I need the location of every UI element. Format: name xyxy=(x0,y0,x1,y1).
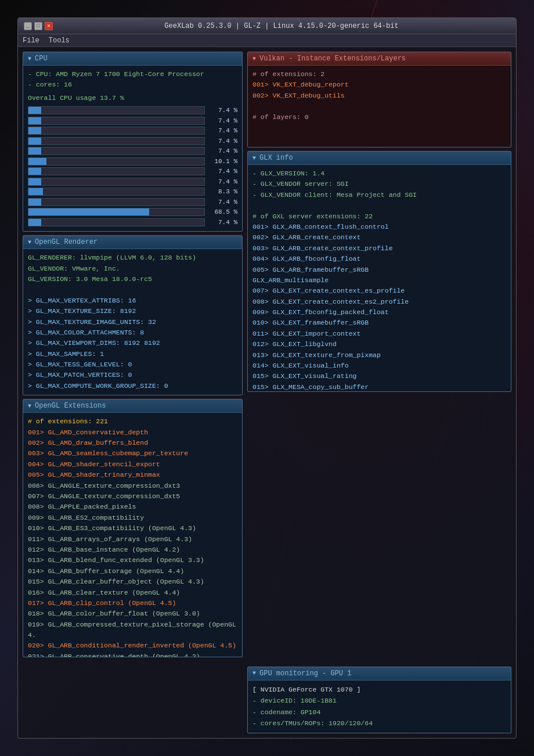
cpu-bar-label: 10.1 % xyxy=(208,157,237,167)
renderer-line: > GL_MAX_SAMPLES: 1 xyxy=(28,349,237,359)
glx-line: 009> GLX_EXT_fbconfig_packed_float xyxy=(252,307,506,318)
cpu-bar-label: 7.4 % xyxy=(208,116,237,126)
vulkan-line: # of extensions: 2 xyxy=(252,69,506,80)
renderer-line: > GL_MAX_COLOR_ATTACHMENTS: 8 xyxy=(28,327,237,338)
vulkan-line: # of layers: 0 xyxy=(252,112,506,123)
renderer-line: > GL_MAX_TEXTURE_SIZE: 8192 xyxy=(28,306,237,316)
extension-line: 007> GL_ANGLE_texture_compression_dxt5 xyxy=(28,491,237,502)
left-column: ▼ CPU - CPU: AMD Ryzen 7 1700 Eight-Core… xyxy=(18,47,247,738)
cpu-bar-fill xyxy=(28,178,41,185)
cpu-bar-container xyxy=(28,106,205,114)
glx-triangle-icon: ▼ xyxy=(252,155,256,161)
maximize-button[interactable]: □ xyxy=(34,22,42,30)
menu-tools[interactable]: Tools xyxy=(49,37,70,45)
right-column: ▼ Vulkan - Instance Extensions/Layers # … xyxy=(247,47,516,738)
glx-line: # of GXL server extensions: 22 xyxy=(252,211,506,222)
glx-line: - GLX_VENDOR client: Mesa Project and SG… xyxy=(252,190,506,200)
extension-line: 014> GL_ARB_buffer_storage (OpenGL 4.4) xyxy=(28,566,237,577)
gpu-line: - deviceID: 10DE-1B81 xyxy=(252,695,506,707)
vulkan-triangle-icon: ▼ xyxy=(252,56,256,62)
cpu-bar-label: 7.4 % xyxy=(208,167,237,177)
cpu-bar-container xyxy=(28,178,205,186)
cpu-bar-row: 68.5 % xyxy=(28,207,237,217)
extension-line: 016> GL_ARB_clear_texture (OpenGL 4.4) xyxy=(28,588,237,598)
glx-panel-body[interactable]: - GLX_VERSION: 1.4- GLX_VENDOR server: S… xyxy=(248,165,511,391)
glx-line: 011> GLX_EXT_import_context xyxy=(252,329,506,339)
window-title: GeeXLab 0.25.3.0 | GL-Z | Linux 4.15.0-2… xyxy=(53,22,510,30)
close-button[interactable]: ✕ xyxy=(45,22,53,30)
cpu-bar-row: 7.4 % xyxy=(28,167,237,177)
cpu-bar-row: 8.3 % xyxy=(28,187,237,197)
menu-bar: File Tools xyxy=(18,34,516,47)
glx-panel-title: GLX info xyxy=(259,154,293,162)
cpu-bar-container xyxy=(28,218,205,226)
cpu-panel-title: CPU xyxy=(35,55,48,63)
extension-line: 011> GL_ARB_arrays_of_arrays (OpenGL 4.3… xyxy=(28,534,237,545)
extension-line: 010> GL_ARB_ES3_compatibility (OpenGL 4.… xyxy=(28,523,237,534)
glx-line: 010> GLX_EXT_framebuffer_sRGB xyxy=(252,318,506,328)
glx-info-panel: ▼ GLX info - GLX_VERSION: 1.4- GLX_VENDO… xyxy=(247,151,511,392)
cpu-bars: 7.4 %7.4 %7.4 %7.4 %7.4 %10.1 %7.4 %7.4 … xyxy=(28,106,237,227)
extension-line: 001> GL_AMD_conservative_depth xyxy=(28,427,237,438)
main-window: _ □ ✕ GeeXLab 0.25.3.0 | GL-Z | Linux 4.… xyxy=(17,17,517,739)
glx-line: 012> GLX_EXT_libglvnd xyxy=(252,339,506,350)
cpu-name: - CPU: AMD Ryzen 7 1700 Eight-Core Proce… xyxy=(28,69,237,80)
cpu-bar-container xyxy=(28,198,205,206)
renderer-line: > GL_MAX_PATCH_VERTICES: 0 xyxy=(28,370,237,380)
cpu-bar-container xyxy=(28,127,205,135)
minimize-button[interactable]: _ xyxy=(24,22,32,30)
cpu-bar-fill xyxy=(28,138,41,145)
renderer-line: GL_VENDOR: VMware, Inc. xyxy=(28,264,237,274)
glx-line: 001> GLX_ARB_context_flush_control xyxy=(252,222,506,232)
cpu-bar-row: 7.4 % xyxy=(28,116,237,126)
glx-line: GLX_ARB_multisample xyxy=(252,275,506,286)
vulkan-line: 002> VK_EXT_debug_utils xyxy=(252,91,506,101)
content-area: ▼ CPU - CPU: AMD Ryzen 7 1700 Eight-Core… xyxy=(18,47,516,738)
vulkan-panel-header: ▼ Vulkan - Instance Extensions/Layers xyxy=(248,52,511,66)
extension-line: 008> GL_APPLE_packed_pixels xyxy=(28,502,237,512)
vulkan-panel-body: # of extensions: 2001> VK_EXT_debug_repo… xyxy=(248,66,511,147)
extension-line: 019> GL_ARB_compressed_texture_pixel_sto… xyxy=(28,620,237,641)
extension-line: 002> GL_AMD_draw_buffers_blend xyxy=(28,438,237,448)
cpu-bar-fill xyxy=(28,107,41,114)
glx-line: 004> GLX_ARB_fbconfig_float xyxy=(252,254,506,264)
cpu-panel-body: - CPU: AMD Ryzen 7 1700 Eight-Core Proce… xyxy=(23,66,242,231)
opengl-extensions-header: ▼ OpenGL Extensions xyxy=(23,399,242,413)
opengl-extensions-panel: ▼ OpenGL Extensions # of extensions: 221… xyxy=(23,399,243,657)
opengl-extensions-body[interactable]: # of extensions: 221001> GL_AMD_conserva… xyxy=(23,413,242,657)
cpu-bar-label: 7.4 % xyxy=(208,177,237,187)
gpu-monitoring-panel: ▼ GPU monitoring - GPU 1 [ NVIDIA GeForc… xyxy=(247,667,511,733)
glx-line: 015> GLX_MESA_copy_sub_buffer xyxy=(252,382,506,391)
cpu-bar-label: 7.4 % xyxy=(208,197,237,207)
cpu-bar-container xyxy=(28,167,205,175)
cpu-bar-fill xyxy=(28,117,41,124)
cpu-bar-container xyxy=(28,208,205,216)
extension-line: 020> GL_ARB_conditional_render_inverted … xyxy=(28,640,237,651)
title-bar: _ □ ✕ GeeXLab 0.25.3.0 | GL-Z | Linux 4.… xyxy=(18,18,516,34)
cpu-bar-fill xyxy=(28,188,43,195)
extension-line: 015> GL_ARB_clear_buffer_object (OpenGL … xyxy=(28,577,237,587)
gpu-line: - cores/TMUs/ROPs: 1920/120/64 xyxy=(252,718,506,729)
renderer-line: GL_VERSION: 3.0 Mesa 18.0.0-rc5 xyxy=(28,274,237,285)
renderer-info: GL_RENDERER: llvmpipe (LLVM 6.0, 128 bit… xyxy=(28,253,237,391)
cpu-panel-header: ▼ CPU xyxy=(23,52,242,66)
cpu-bar-container xyxy=(28,117,205,125)
cpu-panel: ▼ CPU - CPU: AMD Ryzen 7 1700 Eight-Core… xyxy=(23,52,243,232)
extensions-triangle-icon: ▼ xyxy=(28,403,31,409)
gpu-panel-header: ▼ GPU monitoring - GPU 1 xyxy=(248,667,511,681)
extension-line: 017> GL_ARB_clip_control (OpenGL 4.5) xyxy=(28,598,237,609)
extension-line: 018> GL_ARB_color_buffer_float (OpenGL 3… xyxy=(28,609,237,619)
glx-line: 015> GLX_EXT_visual_rating xyxy=(252,371,506,381)
glx-line: 008> GLX_EXT_create_context_es2_profile xyxy=(252,297,506,307)
cpu-bar-container xyxy=(28,137,205,145)
gpu-line: [ NVIDIA GeForce GTX 1070 ] xyxy=(252,684,506,696)
extension-line: 009> GL_ARB_ES2_compatibility xyxy=(28,513,237,523)
cpu-bar-row: 7.4 % xyxy=(28,106,237,116)
glx-line: 003> GLX_ARB_create_context_profile xyxy=(252,243,506,254)
extension-line: 004> GL_AMD_shader_stencil_export xyxy=(28,459,237,470)
cpu-bar-label: 7.4 % xyxy=(208,136,237,146)
glx-line: - GLX_VERSION: 1.4 xyxy=(252,168,506,179)
renderer-line: > GL_MAX_VIEWPORT_DIMS: 8192 8192 xyxy=(28,338,237,348)
menu-file[interactable]: File xyxy=(23,37,39,45)
renderer-line: > GL_MAX_COMPUTE_WORK_GROUP_SIZE: 0 xyxy=(28,381,237,391)
